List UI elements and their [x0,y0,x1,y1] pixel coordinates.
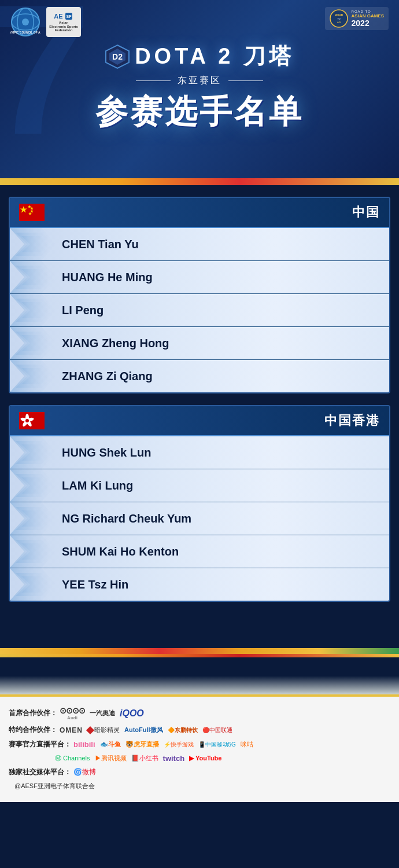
china-name: 中国 [352,204,380,221]
player-name: LI Peng [56,304,389,317]
partner1-sponsors: ⊙⊙⊙⊙ Audi 一汽奥迪 iQOO [60,706,144,720]
player-row: LAM Ki Lung [10,469,389,502]
unicom-sponsor: 🔴中国联通 [202,726,232,734]
china-flag [19,204,45,221]
china-section: 中国 [9,197,390,393]
platform-row: 赛事官方直播平台： bilibili 🐟斗鱼 🐯虎牙直播 ⚡快手游戏 📱中国移动… [9,740,390,749]
region-label: 东亚赛区 [178,75,221,87]
svg-text:TO: TO [337,17,340,20]
partner2-row: 特约合作伙伴： OMEN 暗影精灵 AutoFull微风 🔶东鹏特饮 🔴中国联通 [9,725,390,735]
channels-sponsor: Ⓜ Channels [55,754,90,763]
player-name: CHEN Tian Yu [56,238,389,251]
audi-sponsor: ⊙⊙⊙⊙ Audi [60,706,85,720]
chevron-decoration [10,535,56,568]
dota2-icon: D2 [105,44,130,69]
header-section: 7 OLYMPIC COUNCIL OF ASIA AE [0,0,399,185]
autofull-sponsor: AutoFull微风 [124,726,163,734]
partner1-row: 首席合作伙伴： ⊙⊙⊙⊙ Audi 一汽奥迪 iQOO [9,706,390,720]
chevron-decoration [10,294,56,326]
aesf-handle: @AESF亚洲电子体育联合会 [14,782,95,790]
svg-rect-14 [19,204,45,221]
chevron-decoration [10,261,56,293]
migu-sponsor: 📱中国移动5G [198,741,236,749]
dota-title: DOTA 2 刀塔 [135,42,294,71]
svg-text:AG: AG [337,21,341,24]
shadow-elf-sponsor: 暗影精灵 [87,726,120,734]
divider-left [136,80,171,81]
player-row: HUANG He Ming [10,261,389,294]
rtag-icon: ROAD TO AG [330,9,348,28]
player-row: HUNG Shek Lun [10,436,389,469]
header-bottom-decoration [0,178,399,185]
social-handle-row: @AESF亚洲电子体育联合会 [9,782,390,790]
china-player-list: CHEN Tian Yu HUANG He Ming [10,228,389,392]
svg-text:D2: D2 [112,52,123,61]
chevron-decoration [10,327,56,359]
wave-stripe-1 [0,648,399,654]
chevron-decoration [10,228,56,260]
bilibili-sponsor: bilibili [73,740,95,749]
social-label: 独家社交媒体平台： [9,767,71,777]
region-divider: 东亚赛区 [0,75,399,87]
player-name: NG Richard Cheuk Yum [56,512,389,525]
left-logos: OLYMPIC COUNCIL OF ASIA AE SF AsianElect… [10,7,81,37]
chevron-decoration [10,436,56,469]
hk-header: 中国香港 [10,406,389,436]
player-row: YEE Tsz Hin [10,568,389,601]
player-row: CHEN Tian Yu [10,228,389,261]
svg-point-42 [25,419,29,422]
player-name: XIANG Zheng Hong [56,337,389,350]
aesf-logo: AE SF AsianElectronic SportsFederation [46,7,81,37]
player-name: YEE Tsz Hin [56,578,389,591]
china-header: 中国 [10,198,389,228]
main-content: 中国 [0,185,399,625]
player-row: ZHANG Zi Qiang [10,360,389,392]
road-to-asian-games-badge: ROAD TO AG ROAD TO ASIAN GAMES 2022 [325,7,389,30]
player-row: SHUM Kai Ho Kenton [10,535,389,568]
oca-logo: OLYMPIC COUNCIL OF ASIA [10,7,40,37]
xiaohongshu-sponsor: 📕小红书 [131,754,158,763]
hk-flag [19,412,45,429]
omen-sponsor: OMEN [60,726,83,734]
chevron-decoration [10,469,56,502]
hk-player-list: HUNG Shek Lun LAM Ki Lung [10,436,389,601]
hk-section: 中国香港 HUNG Shek Lun [9,405,390,602]
twitch-sponsor: twitch [163,754,185,763]
platform-row-2: Ⓜ Channels ▶腾讯视频 📕小红书 twitch ▶ YouTube [9,754,390,763]
player-row: XIANG Zheng Hong [10,327,389,360]
platform-label: 赛事官方直播平台： [9,740,71,749]
svg-text:OLYMPIC COUNCIL OF ASIA: OLYMPIC COUNCIL OF ASIA [10,31,40,34]
svg-point-3 [22,19,29,25]
player-name: HUNG Shek Lun [56,446,389,459]
chevron-decoration [10,360,56,392]
platform-sponsors-2: Ⓜ Channels ▶腾讯视频 📕小红书 twitch ▶ YouTube [55,754,221,763]
footer-section: 首席合作伙伴： ⊙⊙⊙⊙ Audi 一汽奥迪 iQOO 特约合作伙伴： OMEN… [0,694,399,802]
svg-text:ROAD: ROAD [334,13,343,17]
iqoo-sponsor: iQOO [120,708,144,719]
tencent-video-sponsor: ▶腾讯视频 [95,754,127,763]
player-row: LI Peng [10,294,389,327]
youtube-sponsor: ▶ YouTube [189,755,221,762]
dongpeng-sponsor: 🔶东鹏特饮 [168,726,198,734]
dota-title-row: D2 DOTA 2 刀塔 [0,42,399,71]
main-title: 参赛选手名单 [0,90,399,134]
rtag-text: ROAD TO ASIAN GAMES 2022 [352,10,384,28]
social-row: 独家社交媒体平台： 🌀微博 [9,767,390,777]
player-name: HUANG He Ming [56,271,389,284]
social-sponsors: 🌀微博 [73,767,96,777]
platform-sponsors-1: bilibili 🐟斗鱼 🐯虎牙直播 ⚡快手游戏 📱中国移动5G 咪咕 [73,740,253,749]
hk-name: 中国香港 [324,412,380,429]
partner2-label: 特约合作伙伴： [9,725,57,735]
svg-text:SF: SF [66,14,72,19]
player-name: SHUM Kai Ho Kenton [56,545,389,558]
kuaishou-sponsor: ⚡快手游戏 [164,741,194,749]
partner2-sponsors: OMEN 暗影精灵 AutoFull微风 🔶东鹏特饮 🔴中国联通 [60,726,232,734]
divider-right [228,80,263,81]
weibo-sponsor: 🌀微博 [73,767,96,777]
player-name: ZHANG Zi Qiang [56,370,389,383]
chevron-decoration [10,502,56,535]
dota-logo-area: D2 DOTA 2 刀塔 东亚赛区 参赛选手名单 [0,42,399,134]
partner1-label: 首席合作伙伴： [9,708,57,718]
top-logos-row: OLYMPIC COUNCIL OF ASIA AE SF AsianElect… [0,0,399,37]
player-row: NG Richard Cheuk Yum [10,502,389,535]
